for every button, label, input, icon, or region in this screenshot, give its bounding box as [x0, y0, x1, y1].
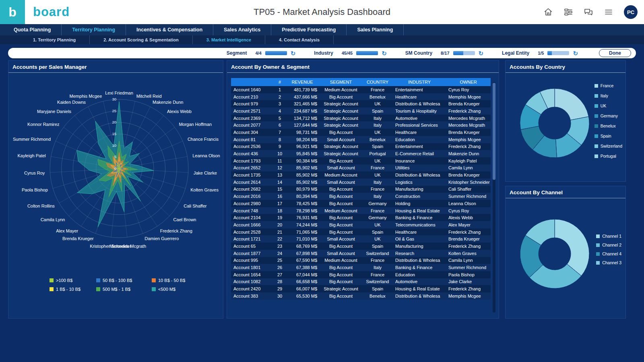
- nav-subtab[interactable]: 4. Contact Analysis: [265, 35, 334, 44]
- table-scrollbar-thumb[interactable]: [493, 83, 495, 180]
- nav-tab[interactable]: Incentives & Compensation: [126, 24, 213, 35]
- pie-slice[interactable]: [555, 88, 588, 120]
- table-row[interactable]: Account 21041976,931 M$Big AccountGerman…: [231, 214, 491, 221]
- legend-item[interactable]: Portugal: [594, 154, 622, 158]
- column-header[interactable]: COUNTRY: [362, 78, 393, 86]
- rank-cell: 7: [275, 129, 285, 136]
- board-logo-text[interactable]: board: [33, 5, 70, 19]
- table-row[interactable]: Account 26521285,902 M$Small AccountFran…: [231, 165, 491, 172]
- table-row[interactable]: Account 25282171,065 M$Big AccountSpainH…: [231, 228, 491, 236]
- panel-title: Account By Owner & Segment: [227, 61, 499, 73]
- industry-cell: Telecommunications: [393, 221, 446, 228]
- nav-subtab[interactable]: 2. Account Scoring & Segmentation: [90, 35, 193, 44]
- table-row[interactable]: Account 20776127,644 M$Strategic Account…: [231, 121, 491, 129]
- filter-item[interactable]: SM Country8/17↻: [405, 50, 483, 56]
- table-row[interactable]: Account 20161680,394 M$Big AccountItalyC…: [231, 193, 491, 200]
- legend-item[interactable]: Channel 1: [596, 234, 621, 239]
- channel-donut-chart[interactable]: [506, 198, 602, 307]
- radar-category-label: Makenzie Dunn: [153, 100, 183, 105]
- user-avatar[interactable]: PC: [624, 5, 638, 19]
- pie-slice[interactable]: [555, 219, 589, 276]
- home-icon[interactable]: [543, 7, 553, 17]
- industry-cell: Healthcare: [393, 129, 446, 136]
- capsules-menu-icon[interactable]: [564, 7, 573, 17]
- filter-item[interactable]: Legal Entity1/5↻: [502, 50, 578, 56]
- legend-item[interactable]: Channel 2: [596, 243, 621, 247]
- legend-item[interactable]: 1 B$ - 10 B$: [50, 287, 92, 292]
- legend-item[interactable]: Italy: [594, 93, 622, 98]
- table-row[interactable]: Account 304798,731 M$Big AccountUKHealth…: [231, 129, 491, 136]
- table-row[interactable]: Account 24202966,007 M$Strategic Account…: [231, 285, 491, 292]
- table-row[interactable]: Account 4361095,845 M$Strategic AccountP…: [231, 150, 491, 157]
- table-row[interactable]: Account 23695134,712 M$Strategic Account…: [231, 115, 491, 122]
- column-header[interactable]: [231, 78, 275, 86]
- segment-cell: Strategic Account: [320, 143, 362, 150]
- country-donut-chart[interactable]: [506, 73, 602, 173]
- refresh-icon[interactable]: ↻: [573, 50, 578, 56]
- nav-subtab[interactable]: 3. Market Intelligence: [193, 35, 265, 44]
- table-row[interactable]: Account 18772467,898 M$Small AccountSwit…: [231, 250, 491, 257]
- filter-item[interactable]: Industry45/45↻: [314, 50, 386, 56]
- nav-subtab[interactable]: 1. Territory Planning: [19, 35, 90, 44]
- table-row[interactable]: Account 17351385,902 M$Medium AccountUKD…: [231, 171, 491, 179]
- legend-item[interactable]: Spain: [594, 134, 622, 138]
- table-row[interactable]: Account 16401481,739 M$Medium AccountFra…: [231, 86, 491, 93]
- nav-tab[interactable]: Quota Planning: [3, 24, 62, 35]
- country-cell: Italy: [362, 121, 393, 129]
- legend-item[interactable]: Channel 4: [596, 251, 621, 256]
- rank-cell: 20: [275, 221, 285, 228]
- nav-tab[interactable]: Predictive Forecasting: [271, 24, 347, 35]
- done-button[interactable]: Done: [599, 49, 631, 57]
- table-row[interactable]: Account 81898,204 M$Small AccountBenelux…: [231, 136, 491, 143]
- table-row[interactable]: Account 26821580,979 M$Big AccountFrance…: [231, 186, 491, 193]
- filter-item[interactable]: Segment4/4↻: [227, 50, 296, 56]
- column-header[interactable]: INDUSTRY: [393, 78, 446, 86]
- legend-item[interactable]: Switzerland: [594, 144, 622, 148]
- rank-cell: 26: [275, 264, 285, 271]
- table-row[interactable]: Account 2536996,921 M$Strategic AccountS…: [231, 143, 491, 150]
- table-row[interactable]: Account 18012667,388 M$Big AccountItalyB…: [231, 264, 491, 271]
- table-row[interactable]: Account 29801778,425 M$Big AccountGerman…: [231, 200, 491, 207]
- legend-item[interactable]: UK: [594, 103, 622, 108]
- table-row[interactable]: Account 7481878,298 M$Medium AccountFran…: [231, 207, 491, 214]
- table-row[interactable]: Account 26141485,902 M$Small AccountItal…: [231, 179, 491, 186]
- refresh-icon[interactable]: ↻: [382, 50, 387, 56]
- table-row[interactable]: Account 25714234,687 M$Strategic Account…: [231, 107, 491, 115]
- refresh-icon[interactable]: ↻: [291, 50, 296, 56]
- table-row[interactable]: Account 2102437,666 M$Big AccountBenelux…: [231, 93, 491, 101]
- account-name-cell: Account 1666: [231, 221, 275, 228]
- refresh-icon[interactable]: ↻: [479, 50, 484, 56]
- nav-tab[interactable]: Territory Planning: [62, 24, 126, 35]
- table-scrollbar[interactable]: [493, 82, 495, 313]
- legend-item[interactable]: <500 M$: [152, 287, 194, 292]
- legend-item[interactable]: 10 B$ - 50 B$: [152, 278, 194, 283]
- column-header[interactable]: REVENUE: [285, 78, 320, 86]
- legend-item[interactable]: France: [594, 83, 622, 88]
- legend-item[interactable]: 500 M$ - 1 B$: [96, 287, 148, 292]
- legend-item[interactable]: Germany: [594, 113, 622, 118]
- table-row[interactable]: Account 9952567,590 M$Medium AccountFran…: [231, 257, 491, 264]
- table-row[interactable]: Account 17931190,384 M$Big AccountUKInsu…: [231, 157, 491, 165]
- column-header[interactable]: #: [275, 78, 285, 86]
- account-name-cell: Account 1082: [231, 278, 275, 286]
- column-header[interactable]: SEGMENT: [320, 78, 362, 86]
- radar-chart[interactable]: 051015202530Lexi FriedmanMitchell ReidMa…: [8, 73, 224, 274]
- legend-item[interactable]: >100 B$: [50, 278, 92, 283]
- segment-cell: Medium Account: [320, 207, 362, 214]
- nav-tab[interactable]: Sales Planning: [347, 24, 404, 35]
- legend-item[interactable]: 50 B$ - 100 B$: [96, 278, 148, 283]
- chat-icon[interactable]: [584, 7, 593, 17]
- table-row[interactable]: Account 9793321,465 M$Strategic AccountU…: [231, 100, 491, 107]
- column-header[interactable]: OWNER: [446, 78, 491, 86]
- legend-item[interactable]: Benelux: [594, 123, 622, 128]
- table-row[interactable]: Account 16542767,044 M$Big AccountFrance…: [231, 271, 491, 278]
- table-row[interactable]: Account 10822866,658 M$Big AccountSwitze…: [231, 278, 491, 286]
- nav-tab[interactable]: Sales Analytics: [213, 24, 271, 35]
- table-row[interactable]: Account 16662074,244 M$Big AccountUKTele…: [231, 221, 491, 228]
- table-row[interactable]: Account 652368,769 M$Big AccountSpainMan…: [231, 243, 491, 250]
- legend-item[interactable]: Channel 3: [596, 260, 621, 265]
- country-cell: France: [362, 165, 393, 172]
- hamburger-menu-icon[interactable]: [604, 7, 613, 17]
- table-row[interactable]: Account 17212271,010 M$Small AccountUKOi…: [231, 235, 491, 243]
- table-row[interactable]: Account 3833065,530 M$Big AccountBenelux…: [231, 292, 491, 300]
